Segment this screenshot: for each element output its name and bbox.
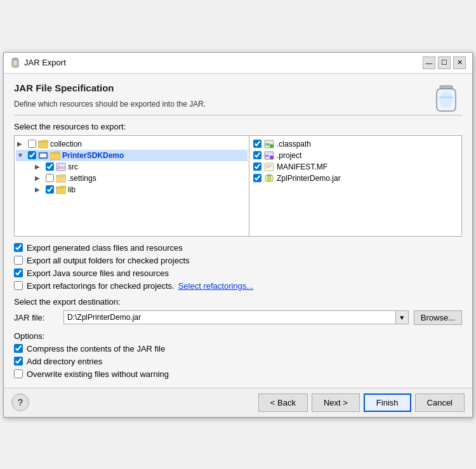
expand-arrow-lib[interactable]: ▶	[35, 186, 44, 193]
tree-item-printerdemo[interactable]: ▼ PrinterSDKDemo	[16, 150, 248, 161]
dest-input-combo[interactable]: ▼	[63, 310, 409, 324]
jar-file-icon	[264, 174, 274, 183]
checkbox-output-folders[interactable]	[14, 256, 23, 265]
folder-icon-settings	[56, 174, 66, 183]
file-item-project[interactable]: pr .project	[253, 150, 458, 161]
dialog-title: JAR Export	[24, 58, 66, 67]
tree-item-settings[interactable]: ▶ .settings	[16, 173, 248, 184]
checkbox-row-output-folders[interactable]: Export all output folders for checked pr…	[14, 256, 462, 265]
cancel-button[interactable]: Cancel	[415, 393, 465, 412]
file-item-classpath[interactable]: cp .classpath	[253, 138, 458, 150]
close-button[interactable]: ✕	[453, 56, 466, 69]
files-panel[interactable]: cp .classpath pr .project	[249, 136, 461, 236]
label-overwrite[interactable]: Overwrite existing files without warning	[27, 369, 169, 379]
destination-section: Select the export destination: JAR file:…	[14, 297, 462, 325]
svg-point-24	[267, 177, 271, 181]
checkbox-overwrite[interactable]	[14, 369, 23, 378]
label-add-dir[interactable]: Add directory entries	[27, 357, 102, 366]
expand-arrow-settings[interactable]: ▶	[35, 175, 44, 182]
expand-arrow-collection[interactable]: ▶	[17, 140, 26, 147]
file-item-zpljar[interactable]: ZplPrinterDemo.jar	[253, 173, 458, 184]
label-gen-class[interactable]: Export generated class files and resourc…	[27, 243, 183, 253]
svg-point-17	[270, 155, 274, 159]
next-button[interactable]: Next >	[312, 393, 360, 412]
tree-panel[interactable]: ▶ collection ▼	[15, 136, 249, 236]
svg-point-5	[440, 91, 453, 108]
jar-file-dropdown[interactable]: ▼	[395, 311, 408, 324]
checkbox-collection[interactable]	[28, 140, 36, 148]
jar-icon	[10, 58, 20, 68]
tree-label-lib: lib	[68, 185, 76, 194]
jar-options-section: Options: Compress the contents of the JA…	[14, 331, 462, 379]
tree-label-collection: collection	[50, 140, 82, 149]
svg-point-2	[13, 60, 17, 65]
checkbox-file-manifest[interactable]	[253, 162, 261, 171]
resources-section: Select the resources to export: ▶ collec…	[14, 122, 462, 237]
svg-rect-6	[439, 96, 453, 98]
expand-arrow-src[interactable]: ▶	[35, 163, 44, 170]
resources-panel: ▶ collection ▼	[14, 135, 462, 237]
section-desc: Define which resources should be exporte…	[14, 100, 462, 109]
minimize-button[interactable]: —	[423, 56, 435, 69]
back-button[interactable]: < Back	[258, 393, 308, 412]
checkbox-add-dir[interactable]	[14, 357, 23, 366]
expand-arrow-printerdemo[interactable]: ▼	[17, 152, 26, 159]
project-file-icon: pr	[264, 151, 274, 160]
folder-icon-collection	[38, 140, 48, 149]
browse-button[interactable]: Browse...	[414, 310, 462, 325]
java-src-icon: J src	[56, 162, 66, 171]
svg-point-14	[270, 144, 274, 148]
tree-item-collection[interactable]: ▶ collection	[16, 138, 248, 150]
folder-icon-printerdemo	[50, 151, 60, 160]
title-bar-left: JAR Export	[10, 58, 66, 68]
label-refactorings[interactable]: Export refactorings for checked projects…	[27, 281, 175, 291]
checkbox-lib[interactable]	[46, 185, 54, 194]
svg-rect-8	[40, 154, 46, 157]
tree-item-lib[interactable]: ▶ lib	[16, 184, 248, 195]
finish-button[interactable]: Finish	[364, 393, 411, 412]
header-section: JAR File Specification Define which reso…	[14, 83, 462, 116]
label-compress[interactable]: Compress the contents of the JAR file	[27, 344, 165, 353]
checkbox-file-project[interactable]	[253, 151, 261, 159]
file-label-zpljar: ZplPrinterDemo.jar	[277, 174, 341, 183]
maximize-button[interactable]: ☐	[438, 56, 451, 69]
svg-rect-18	[265, 163, 274, 171]
dest-label: Select the export destination:	[14, 297, 462, 307]
file-item-manifest[interactable]: MANIFEST.MF	[253, 161, 458, 173]
checkbox-file-classpath[interactable]	[253, 140, 261, 148]
checkbox-file-zpljar[interactable]	[253, 174, 261, 182]
checkbox-row-compress[interactable]: Compress the contents of the JAR file	[14, 344, 462, 353]
file-label-project: .project	[277, 151, 301, 160]
jar-export-dialog: JAR Export — ☐ ✕ JAR File Specification …	[3, 52, 473, 418]
checkbox-row-overwrite[interactable]: Overwrite existing files without warning	[14, 369, 462, 379]
checkbox-src[interactable]	[46, 162, 54, 171]
tree-label-settings: .settings	[68, 174, 96, 183]
classpath-file-icon: cp	[264, 140, 274, 149]
checkbox-row-refactorings[interactable]: Export refactorings for checked projects…	[14, 281, 462, 291]
title-bar-controls: — ☐ ✕	[423, 56, 466, 69]
checkbox-refactorings[interactable]	[14, 281, 23, 290]
checkbox-java-source[interactable]	[14, 268, 23, 277]
tree-item-src[interactable]: ▶ J src src	[16, 161, 248, 173]
dialog-body: JAR File Specification Define which reso…	[4, 74, 472, 388]
checkbox-row-java-source[interactable]: Export Java source files and resources	[14, 268, 462, 278]
jar-file-input[interactable]	[64, 311, 395, 324]
select-refactorings-link[interactable]: Select refactorings...	[178, 281, 254, 291]
dialog-footer: ? < Back Next > Finish Cancel	[4, 388, 472, 417]
checkbox-printerdemo[interactable]	[28, 151, 36, 159]
checkbox-settings[interactable]	[46, 174, 54, 182]
label-java-source[interactable]: Export Java source files and resources	[27, 268, 169, 278]
dest-file-label: JAR file:	[14, 313, 58, 322]
checkbox-gen-class[interactable]	[14, 243, 23, 252]
checkbox-compress[interactable]	[14, 344, 23, 353]
footer-buttons: < Back Next > Finish Cancel	[258, 393, 465, 412]
help-button[interactable]: ?	[11, 393, 29, 411]
checkbox-row-add-dir[interactable]: Add directory entries	[14, 357, 462, 366]
svg-text:src: src	[60, 166, 65, 169]
label-output-folders[interactable]: Export all output folders for checked pr…	[27, 256, 190, 265]
checkbox-row-gen-class[interactable]: Export generated class files and resourc…	[14, 243, 462, 253]
svg-text:cp: cp	[265, 142, 270, 146]
jar-bottle-icon	[430, 83, 462, 114]
title-bar: JAR Export — ☐ ✕	[4, 53, 472, 74]
jar-options-checkboxes: Compress the contents of the JAR file Ad…	[14, 344, 462, 379]
